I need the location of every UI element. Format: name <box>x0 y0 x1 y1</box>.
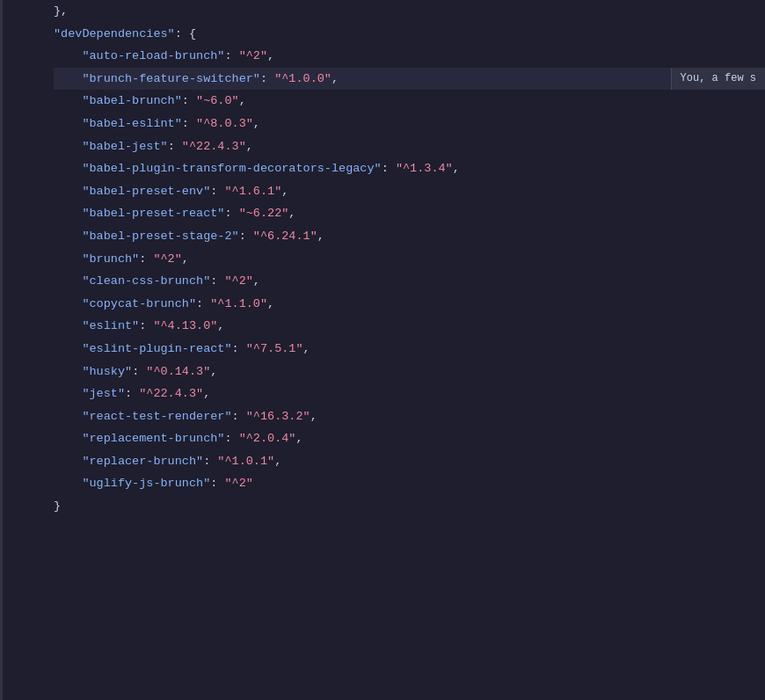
git-blame-tooltip: You, a few s <box>671 68 765 91</box>
punctuation-span: : <box>239 227 253 246</box>
punctuation-span: : <box>232 339 246 359</box>
code-line: "brunch": "^2", <box>54 248 765 271</box>
punctuation-span: , <box>267 47 274 66</box>
code-line: "brunch-feature-switcher": "^1.0.0",You,… <box>54 68 765 91</box>
punctuation-span: : <box>210 474 224 493</box>
key-span: "babel-preset-stage-2" <box>82 227 238 246</box>
code-line: "babel-plugin-transform-decorators-legac… <box>54 157 765 180</box>
code-line: "replacement-brunch": "^2.0.4", <box>54 427 765 450</box>
indent <box>54 47 82 66</box>
punctuation-span: : <box>224 47 238 66</box>
string-value-span: "^2.0.4" <box>239 429 296 448</box>
indent <box>54 272 82 291</box>
line-numbers <box>3 0 47 700</box>
punctuation-span: , <box>253 272 260 291</box>
key-span: "copycat-brunch" <box>82 295 196 314</box>
string-value-span: "^16.3.2" <box>246 407 310 427</box>
string-value-span: "^1.0.1" <box>217 452 274 471</box>
string-value-span: "^2" <box>239 47 267 66</box>
code-line: "react-test-renderer": "^16.3.2", <box>54 405 765 428</box>
key-span: "react-test-renderer" <box>82 407 231 427</box>
punctuation-span: : <box>182 114 196 134</box>
punctuation-span: , <box>281 182 288 201</box>
indent <box>54 137 82 157</box>
punctuation-span: , <box>453 159 460 179</box>
code-line: "jest": "^22.4.3", <box>54 383 765 405</box>
indent <box>54 91 82 111</box>
punctuation-span: : <box>232 407 246 427</box>
key-span: "brunch" <box>82 250 139 269</box>
key-span: "brunch-feature-switcher" <box>82 69 260 89</box>
editor-container: },"devDependencies": { "auto-reload-brun… <box>0 0 765 700</box>
code-area: },"devDependencies": { "auto-reload-brun… <box>47 0 765 700</box>
punctuation-span: , <box>274 452 281 471</box>
key-span: "devDependencies" <box>54 25 175 44</box>
punctuation-span: , <box>253 114 260 134</box>
string-value-span: "^22.4.3" <box>139 384 203 404</box>
indent <box>54 182 82 201</box>
key-span: "eslint-plugin-react" <box>82 339 231 359</box>
string-value-span: "^1.1.0" <box>210 295 267 314</box>
indent <box>54 159 82 179</box>
punctuation-span: : <box>182 91 196 111</box>
punctuation-span: , <box>239 91 246 111</box>
indent <box>54 69 82 89</box>
punctuation-span: : <box>168 137 182 157</box>
indent <box>54 339 82 359</box>
code-line: "eslint": "^4.13.0", <box>54 315 765 338</box>
indent <box>54 407 82 427</box>
punctuation-span: , <box>310 407 317 427</box>
key-span: "jest" <box>82 384 125 404</box>
string-value-span: "^2" <box>153 250 181 269</box>
key-span: "replacer-brunch" <box>82 452 203 471</box>
punctuation-span: : <box>210 272 224 291</box>
key-span: "replacement-brunch" <box>82 429 224 448</box>
code-line: "uglify-js-brunch": "^2" <box>54 472 765 495</box>
punctuation-span: , <box>267 295 274 314</box>
code-line: "clean-css-brunch": "^2", <box>54 270 765 293</box>
code-line: "babel-preset-react": "~6.22", <box>54 202 765 225</box>
key-span: "babel-brunch" <box>82 91 181 111</box>
key-span: "babel-jest" <box>82 137 167 157</box>
indent <box>54 452 82 471</box>
indent <box>54 429 82 448</box>
code-line: "replacer-brunch": "^1.0.1", <box>54 450 765 473</box>
indent <box>54 295 82 314</box>
code-line: "auto-reload-brunch": "^2", <box>54 45 765 68</box>
key-span: "eslint" <box>82 317 139 336</box>
punctuation-span: , <box>332 69 339 89</box>
string-value-span: "^4.13.0" <box>153 317 217 336</box>
string-value-span: "~6.0" <box>196 91 239 111</box>
punctuation-span: : { <box>175 25 196 44</box>
key-span: "babel-eslint" <box>82 114 181 134</box>
punctuation-span: , <box>217 317 224 336</box>
code-line: "eslint-plugin-react": "^7.5.1", <box>54 338 765 361</box>
string-value-span: "^1.0.0" <box>274 69 332 89</box>
indent <box>54 250 82 269</box>
punctuation-span: , <box>295 429 302 448</box>
key-span: "clean-css-brunch" <box>82 272 210 291</box>
indent <box>54 384 82 404</box>
punctuation-span: : <box>196 295 210 314</box>
code-line: "devDependencies": { <box>54 23 765 46</box>
indent <box>54 362 82 382</box>
punctuation-span: : <box>203 452 217 471</box>
string-value-span: "^2" <box>224 272 252 291</box>
key-span: "babel-preset-env" <box>82 182 210 201</box>
punctuation-span: , <box>203 384 210 404</box>
punctuation-span: : <box>382 159 396 179</box>
code-line: "babel-preset-env": "^1.6.1", <box>54 180 765 203</box>
string-value-span: "^7.5.1" <box>246 339 303 359</box>
indent <box>54 474 82 493</box>
punctuation-span: : <box>125 384 139 404</box>
string-value-span: "^22.4.3" <box>182 137 246 157</box>
punctuation-span: } <box>54 497 61 516</box>
punctuation-span: }, <box>54 2 68 21</box>
punctuation-span: : <box>139 317 153 336</box>
string-value-span: "~6.22" <box>239 204 289 223</box>
key-span: "husky" <box>82 362 132 382</box>
punctuation-span: : <box>260 69 274 89</box>
code-line: "husky": "^0.14.3", <box>54 361 765 383</box>
code-line: }, <box>54 0 765 23</box>
code-line: "babel-brunch": "~6.0", <box>54 90 765 113</box>
